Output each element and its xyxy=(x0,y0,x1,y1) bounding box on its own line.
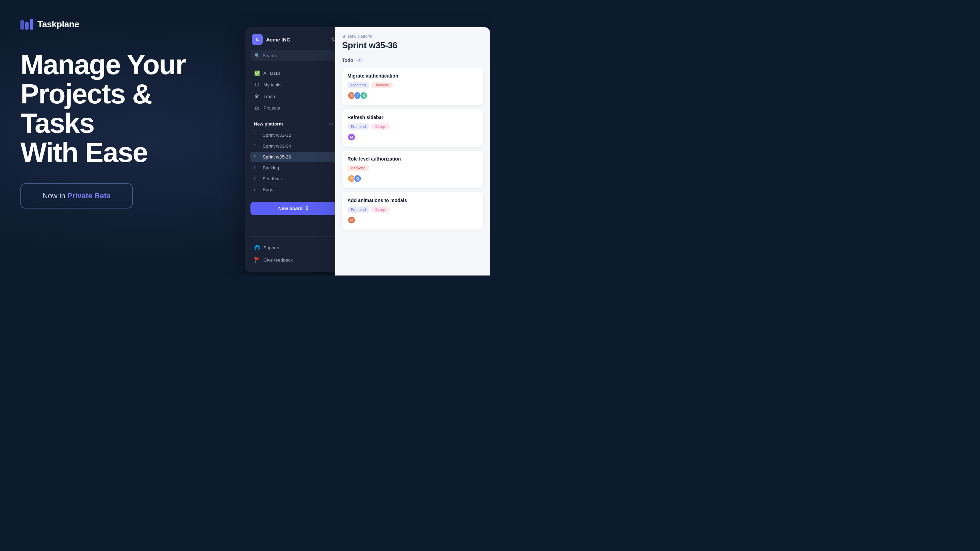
avatar: M xyxy=(347,133,356,141)
logo-text: Taskplane xyxy=(37,19,79,30)
my-tasks-icon: ☐ xyxy=(254,82,260,87)
todo-count: 4 xyxy=(356,57,363,63)
task-tags-1: Frontend Backend xyxy=(347,82,478,88)
cta-button[interactable]: Now in Private Beta xyxy=(21,183,133,208)
tag-frontend: Frontend xyxy=(347,124,369,130)
board-drag-icon: ⠿ xyxy=(254,166,259,170)
main-subtitle: 🖥 New platform xyxy=(342,34,483,39)
workspace-header: A Acme INC ⇅ xyxy=(250,34,337,45)
board-drag-icon-active: ⠿ xyxy=(254,155,259,159)
nav-item-all-tasks-label: All tasks xyxy=(263,71,280,76)
cta-highlight: Private Beta xyxy=(67,192,111,200)
hero-title: Manage Your Projects & Tasks With Ease xyxy=(21,50,191,167)
tag-design: Design xyxy=(371,124,390,130)
avatar: Q xyxy=(353,175,362,183)
task-card-1[interactable]: Migrate authentication Frontend Backend … xyxy=(342,68,483,105)
board-drag-icon: ⠿ xyxy=(254,133,259,138)
hero-title-line1: Manage Your xyxy=(21,49,185,80)
nav-item-support[interactable]: 🌐 Support xyxy=(250,242,337,253)
task-title-4: Add animations to modals xyxy=(347,198,478,203)
board-drag-icon: ⠿ xyxy=(254,176,259,181)
avatar: R xyxy=(347,216,356,224)
search-box[interactable]: 🔍 Search xyxy=(250,50,337,61)
task-tags-4: Frontend Design xyxy=(347,206,478,213)
task-title-1: Migrate authentication xyxy=(347,73,478,79)
support-icon: 🌐 xyxy=(254,245,260,250)
logo-bar-3 xyxy=(30,19,33,30)
app-ui: A Acme INC ⇅ 🔍 Search ✅ All tasks ☐ My t… xyxy=(245,27,490,275)
nav-item-all-tasks[interactable]: ✅ All tasks xyxy=(250,68,337,79)
hero-section: Taskplane Manage Your Projects & Tasks W… xyxy=(0,0,211,275)
projects-icon: 🗂 xyxy=(254,105,260,111)
board-item-sprint-35-36[interactable]: ⠿ Sprint w35-36 xyxy=(250,152,337,162)
search-icon: 🔍 xyxy=(255,53,260,58)
avatar: K xyxy=(360,92,368,100)
main-header: 🖥 New platform Sprint w35-36 xyxy=(342,34,483,51)
board-drag-icon: ⠿ xyxy=(254,187,259,192)
tag-frontend: Frontend xyxy=(347,206,369,213)
nav-items: ✅ All tasks ☐ My tasks 🗑 Trash 🗂 Project… xyxy=(250,68,337,113)
board-item-feedback[interactable]: ⠿ Feedback xyxy=(250,173,337,184)
logo-bar-1 xyxy=(21,20,24,30)
board-item-sprint-31-32[interactable]: ⠿ Sprint w31-32 xyxy=(250,130,337,140)
nav-item-give-feedback[interactable]: 🚩 Give feedback xyxy=(250,254,337,265)
feedback-flag-icon: 🚩 xyxy=(254,257,260,263)
logo-bar-2 xyxy=(25,22,29,30)
task-cards: Migrate authentication Frontend Backend … xyxy=(342,68,483,230)
project-section: New platform ⚙ ⠿ Sprint w31-32 ⠿ Sprint … xyxy=(250,120,337,237)
logo: Taskplane xyxy=(21,19,191,30)
task-tags-2: Frontend Design xyxy=(347,124,478,130)
nav-item-feedback-label: Give feedback xyxy=(263,257,293,263)
task-avatars-4: R xyxy=(347,216,478,224)
hero-title-line2: Projects & Tasks xyxy=(21,78,152,138)
project-name: New platform xyxy=(254,121,283,127)
task-card-3[interactable]: Role level authorization Backend P Q xyxy=(342,151,483,188)
tag-backend: Backend xyxy=(371,82,393,88)
task-card-2[interactable]: Refresh sidebar Frontend Design M xyxy=(342,109,483,147)
tag-design: Design xyxy=(371,206,390,213)
task-avatars-3: P Q xyxy=(347,175,478,183)
trash-icon: 🗑 xyxy=(254,94,260,99)
new-board-label: New board xyxy=(278,206,303,211)
workspace-info: A Acme INC xyxy=(252,34,290,45)
nav-item-support-label: Support xyxy=(263,245,279,250)
project-header: New platform ⚙ xyxy=(250,120,337,130)
board-items: ⠿ Sprint w31-32 ⠿ Sprint w33-34 ⠿ Sprint… xyxy=(250,130,337,195)
nav-item-projects-label: Projects xyxy=(263,105,280,111)
task-avatars-2: M xyxy=(347,133,478,141)
task-card-4[interactable]: Add animations to modals Frontend Design… xyxy=(342,192,483,230)
main-title: Sprint w35-36 xyxy=(342,40,483,51)
search-text: Search xyxy=(263,53,277,58)
gear-icon[interactable]: ⚙ xyxy=(329,121,333,127)
task-tags-3: Backend xyxy=(347,165,478,171)
task-title-2: Refresh sidebar xyxy=(347,114,478,120)
nav-item-trash-label: Trash xyxy=(263,94,275,99)
nav-item-trash[interactable]: 🗑 Trash xyxy=(250,91,337,102)
new-board-icon: ⠿ xyxy=(305,206,309,211)
task-title-3: Role level authorization xyxy=(347,156,478,162)
main-panel: 🖥 New platform Sprint w35-36 Todo 4 Migr… xyxy=(335,27,490,275)
board-item-label: Backlog xyxy=(263,165,279,170)
board-drag-icon: ⠿ xyxy=(254,144,259,149)
board-item-label: Sprint w33-34 xyxy=(263,143,291,149)
subtitle-text: New platform xyxy=(348,34,372,39)
nav-item-my-tasks-label: My tasks xyxy=(263,82,282,87)
tag-frontend: Frontend xyxy=(347,82,369,88)
nav-item-projects[interactable]: 🗂 Projects xyxy=(250,102,337,113)
tag-backend: Backend xyxy=(347,165,369,171)
todo-label: Todo xyxy=(342,57,353,63)
board-item-bugs[interactable]: ⠿ Bugs xyxy=(250,184,337,195)
board-item-label-active: Sprint w35-36 xyxy=(263,154,291,159)
board-item-backlog[interactable]: ⠿ Backlog xyxy=(250,163,337,173)
board-item-sprint-33-34[interactable]: ⠿ Sprint w33-34 xyxy=(250,141,337,151)
nav-item-my-tasks[interactable]: ☐ My tasks xyxy=(250,79,337,90)
task-avatars-1: E J K xyxy=(347,92,478,100)
new-board-button[interactable]: New board ⠿ xyxy=(250,202,337,215)
sort-icon[interactable]: ⇅ xyxy=(331,37,335,43)
todo-header: Todo 4 xyxy=(342,57,483,63)
logo-icon xyxy=(21,19,33,30)
workspace-avatar: A xyxy=(252,34,263,45)
hero-title-line3: With Ease xyxy=(21,137,147,168)
sidebar-footer: 🌐 Support 🚩 Give feedback xyxy=(250,237,337,265)
all-tasks-icon: ✅ xyxy=(254,70,260,76)
